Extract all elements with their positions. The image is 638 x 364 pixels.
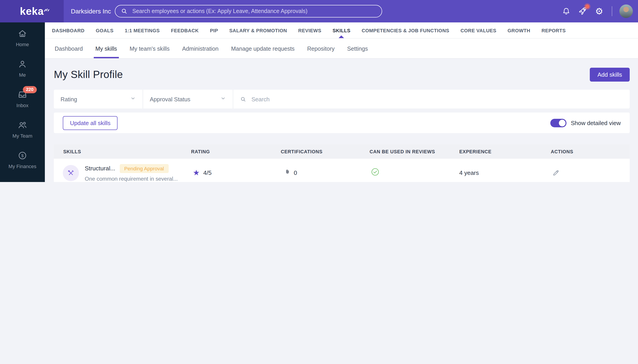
column-header-certifications: CERTIFICATIONS [281,149,370,154]
certifications-count: 0 [294,170,297,176]
main-area: DASHBOARDGOALS1:1 MEETINGSFEEDBACKPIPSAL… [45,22,638,182]
inbox-icon: 220 [18,90,27,99]
page-title: My Skill Profile [54,68,123,80]
rocket-badge-dot [585,4,589,8]
finance-icon: $ [18,150,27,160]
skill-description: One common requirement in several... [85,176,178,182]
search-icon [240,96,246,102]
company-name: Darksiders Inc [71,8,111,15]
detailed-view-toggle[interactable] [550,118,566,127]
add-skills-button[interactable]: Add skills [590,68,630,81]
notifications-bell-icon[interactable] [561,6,571,16]
sidebar-item-me[interactable]: Me [0,53,45,84]
star-icon: ★ [193,169,200,176]
column-header-can-be-used-in-reviews: CAN BE USED IN REVIEWS [370,149,459,154]
column-header-rating: RATING [191,149,281,154]
approval-filter-label: Approval Status [150,96,190,102]
subtab-administration[interactable]: Administration [181,38,219,58]
gear-glyph: ⚙ [595,7,603,16]
tab-competencies-job-functions[interactable]: COMPETENCIES & JOB FUNCTIONS [362,22,449,38]
content: My Skill Profile Add skills Rating Appro… [45,59,638,182]
column-header-skills: SKILLS [54,149,191,154]
sidebar-item-home[interactable]: Home [0,22,45,53]
skills-search[interactable] [233,90,630,108]
table-body: Structural...Pending ApprovalOne common … [54,159,630,182]
subtab-dashboard[interactable]: Dashboard [54,38,84,58]
sidebar: HomeMe220InboxMy Team$My FinancesOrgEnga… [0,22,45,182]
rating-filter-label: Rating [61,96,77,102]
sidebar-item-label: Me [19,72,26,77]
sidebar-item-label: Inbox [16,102,29,108]
skills-subnav: DashboardMy skillsMy team's skillsAdmini… [45,38,638,59]
inbox-count-badge: 220 [23,86,37,93]
user-avatar[interactable] [619,4,633,18]
sidebar-item-label: Home [16,42,29,47]
sidebar-item-label: My Team [13,133,33,138]
topbar-divider [612,6,612,16]
settings-gear-icon[interactable]: ⚙ [594,6,604,16]
tab-goals[interactable]: GOALS [96,22,114,38]
tab-core-values[interactable]: CORE VALUES [460,22,496,38]
rating-filter-dropdown[interactable]: Rating [54,90,143,108]
skill-row-structural[interactable]: Structural...Pending ApprovalOne common … [54,159,630,182]
tab-reviews[interactable]: REVIEWS [298,22,321,38]
tab-salary-promotion[interactable]: SALARY & PROMOTION [229,22,287,38]
tab-pip[interactable]: PIP [210,22,218,38]
topbar: keka Darksiders Inc ⚙ [0,0,638,22]
detailed-view-toggle-wrap: Show detailed view [550,118,621,127]
sidebar-item-my-team[interactable]: My Team [0,114,45,144]
global-search[interactable] [115,5,382,18]
keka-logo-text: keka [20,5,44,17]
subtab-my-team-s-skills[interactable]: My team's skills [129,38,170,58]
skill-cell: Structural...Pending ApprovalOne common … [54,164,191,182]
keka-logo: keka [20,5,44,17]
sidebar-item-inbox[interactable]: 220Inbox [0,84,45,114]
sidebar-item-org[interactable]: Org [0,175,45,182]
skill-name: Structural... [85,165,115,172]
person-icon [18,59,27,69]
tab-skills[interactable]: SKILLS [333,22,350,38]
module-nav: DASHBOARDGOALS1:1 MEETINGSFEEDBACKPIPSAL… [45,22,638,38]
detailed-view-label: Show detailed view [571,120,621,126]
global-search-input[interactable] [131,8,376,15]
update-all-skills-button[interactable]: Update all skills [63,116,118,130]
sidebar-item-label: My Finances [9,164,37,169]
experience-value: 4 years [459,170,479,176]
app-window: keka Darksiders Inc ⚙ HomeMe220InboxM [0,0,638,182]
table-toolbar: Update all skills Show detailed view [54,112,630,133]
topbar-actions: ⚙ [561,0,633,22]
column-header-experience: EXPERIENCE [459,149,551,154]
tab-reports[interactable]: REPORTS [541,22,566,38]
sidebar-item-my-finances[interactable]: $My Finances [0,144,45,175]
experience-cell: 4 years [459,170,551,176]
skill-text: Structural...Pending ApprovalOne common … [85,164,178,182]
subtab-my-skills[interactable]: My skills [94,38,118,58]
whats-new-rocket-icon[interactable] [577,6,588,16]
pending-approval-badge: Pending Approval [120,164,168,173]
review-check-icon [370,167,380,178]
tab-feedback[interactable]: FEEDBACK [171,22,199,38]
subtab-repository[interactable]: Repository [306,38,335,58]
certifications-cell: 0 [281,169,370,177]
edit-button[interactable] [552,169,560,176]
actions-cell [551,169,630,176]
rating-value: 4/5 [203,170,212,176]
skill-name-line: Structural...Pending Approval [85,164,178,173]
tab-dashboard[interactable]: DASHBOARD [52,22,85,38]
tab-growth[interactable]: GROWTH [507,22,530,38]
brand-box: keka [0,0,64,22]
used-in-reviews-cell [370,167,459,178]
chevron-down-icon [220,96,226,103]
tab-1-1-meetings[interactable]: 1:1 MEETINGS [125,22,160,38]
team-icon [18,120,27,130]
skills-search-input[interactable] [251,95,623,103]
approval-status-filter-dropdown[interactable]: Approval Status [143,90,233,108]
search-icon [121,8,128,15]
svg-text:$: $ [21,153,24,158]
subtab-settings[interactable]: Settings [346,38,369,58]
logo-spark-icon [43,2,50,14]
skills-table: SKILLSRATINGCERTIFICATIONSCAN BE USED IN… [54,144,630,182]
subtab-manage-update-requests[interactable]: Manage update requests [230,38,295,58]
org-icon [18,181,27,182]
filter-bar: Rating Approval Status [54,90,630,108]
